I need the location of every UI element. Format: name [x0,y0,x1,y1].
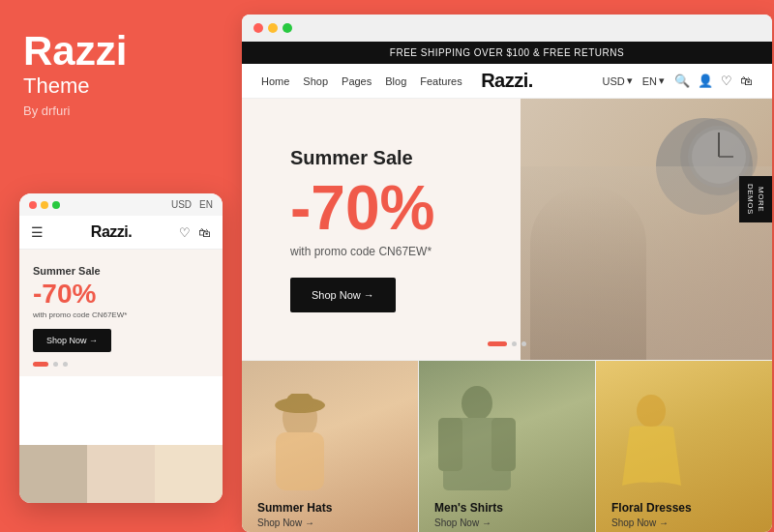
account-icon[interactable]: 👤 [698,74,713,88]
hero-discount: -70% [290,177,434,239]
indicator-active [33,362,48,367]
mobile-lang-label[interactable]: EN [199,199,213,210]
cat-label-dresses: Floral Dresses [611,501,692,515]
dot-yellow [41,201,48,209]
nav-link-shop[interactable]: Shop [303,75,328,87]
chrome-dot-red [253,23,263,33]
hero-slide-indicators [488,341,526,346]
brand-author: By drfuri [23,103,217,118]
language-label: EN [642,75,657,87]
hero-indicator-inactive-2 [521,341,526,346]
brand-name: Razzi [23,29,217,74]
currency-chevron: ▾ [627,74,633,87]
dot-green [52,201,60,209]
person-silhouette [530,186,646,360]
mobile-top-bar: USD EN [19,193,223,216]
more-demos-button[interactable]: MORE DEMOS [739,176,772,222]
cart-icon[interactable]: 🛍 [198,225,211,240]
nav-link-features[interactable]: Features [420,75,461,87]
nav-link-pages[interactable]: Pages [342,75,372,87]
nav-link-home[interactable]: Home [261,75,289,87]
hero-content: Summer Sale -70% with promo code CN67EW*… [242,147,483,312]
mobile-cat-2 [87,445,155,503]
brand-subtitle: Theme [23,74,217,99]
currency-selector[interactable]: USD ▾ [602,74,632,87]
mobile-slide-indicators [33,362,209,367]
mobile-sale-pct: -70% [33,281,209,308]
language-selector[interactable]: EN ▾ [642,74,665,87]
language-chevron: ▾ [659,74,665,87]
shirts-person-svg [433,384,521,490]
svg-point-13 [637,395,666,428]
nav-right: USD ▾ EN ▾ 🔍 👤 ♡ 🛍 [602,74,753,88]
desktop-nav: Home Shop Pages Blog Features Razzi. USD… [242,64,772,99]
chrome-dot-yellow [268,23,278,33]
mobile-nav-icons: ♡ 🛍 [179,225,211,240]
indicator-inactive-2 [63,362,68,367]
mobile-shop-button[interactable]: Shop Now → [33,329,111,352]
mobile-bottom-strip [19,445,223,503]
cat-label-shirts: Men's Shirts [434,501,503,515]
dot-red [29,201,37,209]
cat-link-shirts[interactable]: Shop Now → [434,517,503,528]
mobile-sale-label: Summer Sale [33,265,209,277]
mobile-logo: Razzi. [91,223,132,241]
mobile-cat-3 [155,445,223,503]
svg-rect-12 [491,418,516,471]
search-icon[interactable]: 🔍 [674,74,690,88]
category-item-dresses: Floral Dresses Shop Now → [596,361,772,532]
hero-section: Summer Sale -70% with promo code CN67EW*… [242,99,772,360]
cat-label-hats: Summer Hats [257,501,332,515]
hero-sale-label: Summer Sale [290,147,434,169]
mobile-currency-label[interactable]: USD [171,199,192,210]
desktop-mockup: FREE SHIPPING OVER $100 & FREE RETURNS H… [242,15,772,532]
nav-link-blog[interactable]: Blog [385,75,406,87]
svg-rect-6 [276,432,324,490]
category-strip: Summer Hats Shop Now → Men's Shirts Shop… [242,360,772,532]
dresses-person-svg [615,394,688,490]
wishlist-icon[interactable]: ♡ [721,74,732,88]
currency-label: USD [602,75,624,87]
nav-links: Home Shop Pages Blog Features [261,75,462,87]
cat-label-area-hats: Summer Hats Shop Now → [257,501,332,528]
chrome-dots [253,23,292,33]
desktop-nav-logo: Razzi. [481,70,533,92]
mobile-nav-bar: ☰ Razzi. ♡ 🛍 [19,216,223,250]
wishlist-icon[interactable]: ♡ [179,225,191,240]
hamburger-icon[interactable]: ☰ [31,224,44,240]
mobile-chrome-dots [29,201,60,209]
mobile-cat-1 [19,445,87,503]
nav-right-icons: 🔍 👤 ♡ 🛍 [674,74,753,88]
cart-icon[interactable]: 🛍 [740,74,753,88]
cat-label-area-shirts: Men's Shirts Shop Now → [434,501,503,528]
mobile-promo-text: with promo code CN67EW* [33,310,209,319]
left-panel: Razzi Theme By drfuri USD EN ☰ Razzi. ♡ … [0,0,240,532]
cat-label-area-dresses: Floral Dresses Shop Now → [611,501,692,528]
category-item-hats: Summer Hats Shop Now → [242,361,419,532]
cat-link-hats[interactable]: Shop Now → [257,517,332,528]
hero-shop-button[interactable]: Shop Now → [290,278,396,312]
chrome-dot-green [283,23,292,33]
cat-link-dresses[interactable]: Shop Now → [611,517,692,528]
announcement-bar: FREE SHIPPING OVER $100 & FREE RETURNS [242,42,772,64]
desktop-chrome [242,15,772,42]
category-item-shirts: Men's Shirts Shop Now → [419,361,596,532]
mobile-currency-bar: USD EN [171,199,213,210]
svg-point-9 [461,386,492,421]
svg-rect-11 [438,418,462,471]
mobile-mockup: USD EN ☰ Razzi. ♡ 🛍 Summer Sale -70% wit… [19,193,223,503]
mobile-hero: Summer Sale -70% with promo code CN67EW*… [19,250,223,376]
hero-indicator-active [488,341,507,346]
indicator-inactive-1 [53,362,58,367]
hero-promo-text: with promo code CN67EW* [290,245,434,258]
hero-indicator-inactive-1 [512,341,517,346]
hats-person-svg [261,394,339,490]
hero-image-area [521,99,772,360]
announcement-text: FREE SHIPPING OVER $100 & FREE RETURNS [390,47,624,58]
